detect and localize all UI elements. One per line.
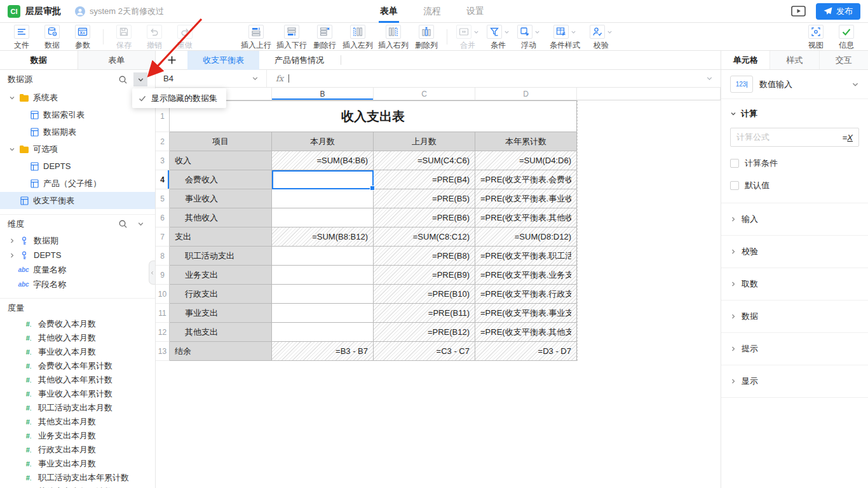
measure-item-1[interactable]: #.其他收入本月数 <box>0 331 155 345</box>
checkbox-icon[interactable] <box>730 181 739 190</box>
sheet-tab-balance[interactable]: 收支平衡表 <box>187 51 259 70</box>
cell-D9[interactable]: =PRE(收支平衡表.业务支... <box>475 266 577 285</box>
measure-item-8[interactable]: #.业务支出本月数 <box>0 429 155 443</box>
cell-D5[interactable]: =PRE(收支平衡表.事业收... <box>475 189 577 208</box>
cell-A10[interactable]: 行政支出 <box>170 285 272 304</box>
cell-C4[interactable]: =PRE(B4) <box>374 170 475 189</box>
delete-col-button[interactable]: 删除列 <box>412 24 440 49</box>
chevron-down-icon[interactable] <box>534 29 540 35</box>
chevron-down-icon[interactable] <box>252 75 259 82</box>
sheet-tab-product-sales[interactable]: 产品销售情况 <box>259 51 339 70</box>
preview-icon[interactable] <box>791 6 806 17</box>
row-header[interactable]: 13 <box>156 342 170 361</box>
cell-D6[interactable]: =PRE(收支平衡表.其他收... <box>475 208 577 227</box>
row-header[interactable]: 9 <box>156 266 170 285</box>
cell-A5[interactable]: 事业收入 <box>170 189 272 208</box>
publish-button[interactable]: 发布 <box>816 3 860 20</box>
floating-button[interactable]: 浮动 <box>515 24 543 49</box>
measure-item-3[interactable]: #.会费收入本年累计数 <box>0 359 155 373</box>
datasource-item-4[interactable]: DEPTS <box>0 158 155 175</box>
formula-editor-icon[interactable]: =X <box>843 133 853 142</box>
cell-C6[interactable]: =PRE(B6) <box>374 208 475 227</box>
cell-A6[interactable]: 其他收入 <box>170 208 272 227</box>
datasource-item-3[interactable]: 可选项 <box>0 140 155 158</box>
insert-col-right-button[interactable]: 插入右列 <box>377 24 410 49</box>
column-header-D[interactable]: D <box>475 88 577 100</box>
params-button[interactable]: X= 参数 <box>69 24 97 49</box>
search-icon[interactable] <box>116 72 130 86</box>
delete-row-button[interactable]: 删除行 <box>311 24 339 49</box>
add-sheet-icon[interactable] <box>156 55 187 65</box>
cell-A2[interactable]: 项目 <box>170 132 272 151</box>
data-button[interactable]: 数据 <box>38 24 66 49</box>
cell-C3[interactable]: =SUM(C4:C6) <box>374 151 475 170</box>
dimension-item-3[interactable]: abc字段名称 <box>0 277 155 292</box>
left-tab-form[interactable]: 表单 <box>78 51 156 69</box>
section-data[interactable]: 数据 <box>721 301 868 333</box>
view-button[interactable]: 视图 <box>802 24 830 49</box>
cell-C11[interactable]: =PRE(B11) <box>374 304 475 323</box>
cell-B3[interactable]: =SUM(B4:B6) <box>272 151 374 170</box>
dimensions-options-chevron-icon[interactable] <box>133 217 147 231</box>
dimension-item-2[interactable]: abc度量名称 <box>0 262 155 277</box>
cell-C12[interactable]: =PRE(B12) <box>374 323 475 342</box>
cell-D11[interactable]: =PRE(收支平衡表.事业支... <box>475 304 577 323</box>
search-icon[interactable] <box>116 217 130 231</box>
measure-item-2[interactable]: #.事业收入本月数 <box>0 345 155 359</box>
cell-A7[interactable]: 支出 <box>170 227 272 247</box>
default-value-option[interactable]: 默认值 <box>730 180 859 191</box>
checkbox-icon[interactable] <box>730 159 739 168</box>
datasource-item-2[interactable]: 数据期表 <box>0 123 155 140</box>
calc-condition-option[interactable]: 计算条件 <box>730 158 859 169</box>
cell-D13[interactable]: =D3 - D7 <box>475 342 577 361</box>
row-header[interactable]: 10 <box>156 285 170 304</box>
cell-C9[interactable]: =PRE(B9) <box>374 266 475 285</box>
row-header[interactable]: 2 <box>156 132 170 151</box>
nav-tab-form[interactable]: 表单 <box>380 0 398 23</box>
column-header-C[interactable]: C <box>374 88 475 100</box>
cell-C7[interactable]: =SUM(C8:C12) <box>374 227 475 247</box>
nav-tab-flow[interactable]: 流程 <box>423 0 441 23</box>
dimension-item-0[interactable]: 数据期 <box>0 233 155 248</box>
row-header[interactable]: 4 <box>156 170 170 189</box>
row-header[interactable]: 11 <box>156 304 170 323</box>
cell-D3[interactable]: =SUM(D4:D6) <box>475 151 577 170</box>
row-header[interactable]: 8 <box>156 247 170 266</box>
cell-B7[interactable]: =SUM(B8:B12) <box>272 227 374 247</box>
measure-item-11[interactable]: #.职工活动支出本年累计数 <box>0 471 155 485</box>
section-display[interactable]: 显示 <box>721 365 868 398</box>
cell-C8[interactable]: =PRE(B8) <box>374 247 475 266</box>
right-tab-interaction[interactable]: 交互 <box>819 51 868 69</box>
cell-C2[interactable]: 上月数 <box>374 132 475 151</box>
cell-C13[interactable]: =C3 - C7 <box>374 342 475 361</box>
chevron-down-icon[interactable] <box>571 29 576 35</box>
calc-section-header[interactable]: 计算 <box>730 108 859 119</box>
measure-item-6[interactable]: #.职工活动支出本月数 <box>0 401 155 415</box>
cell-D4[interactable]: =PRE(收支平衡表.会费收... <box>475 170 577 189</box>
formula-bar-collapse-icon[interactable] <box>706 75 713 82</box>
cell-D10[interactable]: =PRE(收支平衡表.行政支... <box>475 285 577 304</box>
cell-D12[interactable]: =PRE(收支平衡表.其他支... <box>475 323 577 342</box>
insert-row-below-button[interactable]: 插入下行 <box>275 24 308 49</box>
row-header[interactable]: 3 <box>156 151 170 170</box>
datasource-item-5[interactable]: 产品（父子维） <box>0 175 155 192</box>
cell-B12[interactable] <box>272 323 374 342</box>
row-header[interactable]: 12 <box>156 323 170 342</box>
cell-type-selector[interactable]: 123 数值输入 <box>721 70 868 99</box>
cell-D8[interactable]: =PRE(收支平衡表.职工活... <box>475 247 577 266</box>
condition-style-button[interactable]: 条件样式 <box>545 24 585 49</box>
cell-B5[interactable] <box>272 189 374 208</box>
cell-D7[interactable]: =SUM(D8:D12) <box>475 227 577 247</box>
cell-B13[interactable]: =B3 - B7 <box>272 342 374 361</box>
measure-item-7[interactable]: #.其他支出本月数 <box>0 415 155 429</box>
left-tab-data[interactable]: 数据 <box>0 51 78 69</box>
cell-C5[interactable]: =PRE(B5) <box>374 189 475 208</box>
datasource-item-6[interactable]: 收支平衡表 <box>0 192 155 209</box>
row-header[interactable]: 5 <box>156 189 170 208</box>
cell-A11[interactable]: 事业支出 <box>170 304 272 323</box>
cell-name-box[interactable]: B4 <box>156 70 267 87</box>
calc-formula-input[interactable]: 计算公式 =X <box>730 128 859 147</box>
cell-B10[interactable] <box>272 285 374 304</box>
measure-item-0[interactable]: #.会费收入本月数 <box>0 317 155 331</box>
measure-item-10[interactable]: #.事业支出本月数 <box>0 457 155 471</box>
